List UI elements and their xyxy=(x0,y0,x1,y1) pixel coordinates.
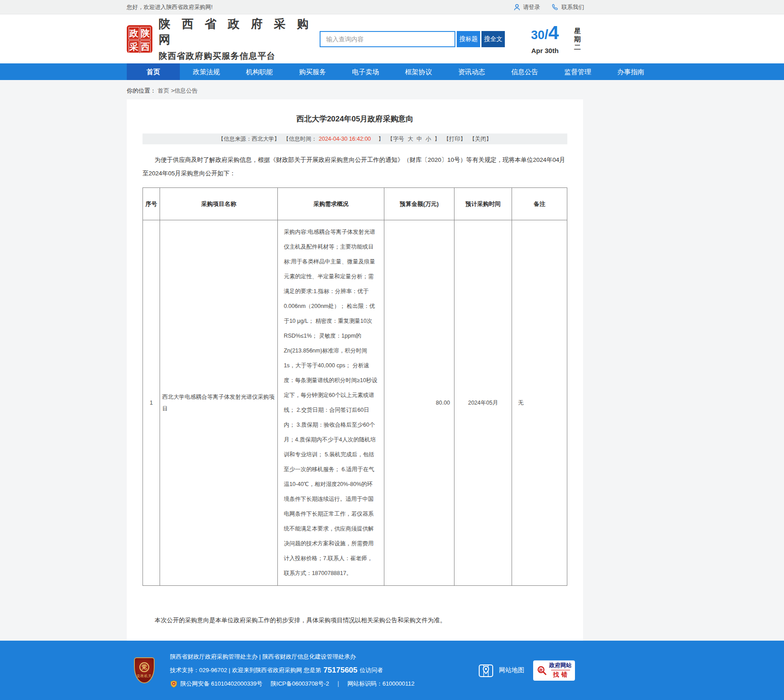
site-logo: 政 陕 采 西 xyxy=(127,25,152,53)
site-header: 政 陕 采 西 陕 西 省 政 府 采 购 网 陕西省政府购买服务信息平台 搜标… xyxy=(0,14,784,63)
print-button[interactable]: 【打印】 xyxy=(443,136,466,142)
nav-item-guide[interactable]: 办事指南 xyxy=(604,63,657,80)
topbar: 您好，欢迎进入陕西省政府采购网! 请登录 联系我们 xyxy=(0,0,784,14)
cell-budget: 80.00 xyxy=(384,220,454,586)
table-row: 1 西北大学电感耦合等离子体发射光谱仪采购项目 采购内容:电感耦合等离子体发射光… xyxy=(143,220,567,586)
phone-icon xyxy=(552,4,559,11)
article-card: 西北大学2024年05月政府采购意向 【信息来源：西北大学】 【信息时间：202… xyxy=(127,99,583,685)
col-header-index: 序号 xyxy=(143,188,160,220)
contact-label: 联系我们 xyxy=(561,4,584,11)
date-widget: 30/4 Apr 30th xyxy=(531,24,559,54)
err-badge-subtitle: 找错 xyxy=(551,670,570,678)
nav-item-home[interactable]: 首页 xyxy=(127,63,180,80)
nav-item-news[interactable]: 资讯动态 xyxy=(445,63,498,80)
cell-index: 1 xyxy=(143,220,160,586)
sitemap-label: 网站地图 xyxy=(499,666,524,674)
site-brand: 陕 西 省 政 府 采 购 网 陕西省政府购买服务信息平台 xyxy=(159,16,320,62)
date-day: 30 xyxy=(531,28,544,42)
site-title: 陕 西 省 政 府 采 购 网 xyxy=(159,16,320,48)
main-nav: 首页 政策法规 机构职能 购买服务 电子卖场 框架协议 资讯动态 信息公告 监督… xyxy=(0,63,784,80)
police-badge-icon xyxy=(170,680,178,688)
sitemap-icon xyxy=(478,663,494,678)
user-icon xyxy=(513,4,521,11)
meta-fontsize-label: 【字号 xyxy=(388,136,405,142)
breadcrumb-separator: > xyxy=(169,87,174,94)
col-header-time: 预计采购时间 xyxy=(454,188,512,220)
gov-site-error-report-badge[interactable]: 政 政府网站 找错 xyxy=(533,660,575,681)
cell-time: 2024年05月 xyxy=(454,220,512,586)
welcome-text: 您好，欢迎进入陕西省政府采购网! xyxy=(127,4,213,11)
search-box: 搜标题 搜全文 xyxy=(320,31,505,47)
nav-item-emall[interactable]: 电子卖场 xyxy=(339,63,392,80)
fontsize-large-button[interactable]: 大 xyxy=(408,136,414,142)
date-slash: / xyxy=(544,27,548,42)
logo-char: 西 xyxy=(140,40,151,53)
search-fulltext-button[interactable]: 搜全文 xyxy=(481,31,505,47)
article-title: 西北大学2024年05月政府采购意向 xyxy=(143,114,567,124)
col-header-project-name: 采购项目名称 xyxy=(160,188,277,220)
site-code: 网站标识码：6100000112 xyxy=(347,680,414,688)
col-header-budget: 预算金额(万元) xyxy=(384,188,454,220)
footer-support-line: 技术支持：029-96702 | 欢迎来到陕西省政府采购网 您是第 751756… xyxy=(170,666,414,675)
meta-time-label: 【信息时间： xyxy=(283,136,317,142)
date-month: 4 xyxy=(548,22,559,43)
article-meta-bar: 【信息来源：西北大学】 【信息时间：2024-04-30 16:42:00 】 … xyxy=(143,134,567,144)
gov-agency-badge-icon: 党 党政机关 xyxy=(134,657,155,683)
procurement-table: 序号 采购项目名称 采购需求概况 预算金额(万元) 预计采购时间 备注 1 西北… xyxy=(143,187,567,586)
search-title-button[interactable]: 搜标题 xyxy=(457,31,480,47)
login-label: 请登录 xyxy=(523,4,540,11)
magnifier-icon: 政 xyxy=(537,665,547,675)
logo-char: 采 xyxy=(129,40,139,53)
meta-time-value: 2024-04-30 16:42:00 xyxy=(319,136,371,142)
site-footer: 党 党政机关 陕西省财政厅政府采购管理处主办 | 陕西省财政厅信息化建设管理处承… xyxy=(0,641,784,700)
fontsize-small-button[interactable]: 小 xyxy=(426,136,432,142)
nav-item-policies[interactable]: 政策法规 xyxy=(180,63,233,80)
table-header-row: 序号 采购项目名称 采购需求概况 预算金额(万元) 预计采购时间 备注 xyxy=(143,188,567,220)
weekday-label: 星 期 二 xyxy=(574,27,581,51)
nav-item-supervision[interactable]: 监督管理 xyxy=(551,63,604,80)
breadcrumb-current-link[interactable]: 信息公告 xyxy=(174,87,198,94)
search-input[interactable] xyxy=(320,31,455,47)
nav-item-announcements[interactable]: 信息公告 xyxy=(498,63,551,80)
svg-text:政: 政 xyxy=(539,668,543,672)
gov-badge-label: 党政机关 xyxy=(137,674,152,678)
logo-char: 政 xyxy=(129,27,139,40)
intro-paragraph: 为便于供应商及时了解政府采购信息，根据《财政部关于开展政府采购意向公开工作的通知… xyxy=(143,153,567,180)
footer-beian-line: 陕公网安备 61010402000339号 陕ICP备06003708号-2 ｜… xyxy=(170,680,414,688)
beian-gongan-link[interactable]: 陕公网安备 61010402000339号 xyxy=(180,680,263,688)
breadcrumb: 你的位置： 首页 >信息公告 xyxy=(127,87,657,95)
sitemap-link[interactable]: 网站地图 xyxy=(478,663,524,678)
close-button[interactable]: 【关闭】 xyxy=(469,136,492,142)
date-english: Apr 30th xyxy=(531,47,559,54)
breadcrumb-home-link[interactable]: 首页 xyxy=(158,87,169,94)
fontsize-medium-button[interactable]: 中 xyxy=(417,136,423,142)
logo-char: 陕 xyxy=(140,27,151,40)
meta-source: 【信息来源：西北大学】 xyxy=(218,136,280,142)
site-subtitle: 陕西省政府购买服务信息平台 xyxy=(159,50,320,62)
nav-item-framework[interactable]: 框架协议 xyxy=(392,63,445,80)
visitor-count: 75175605 xyxy=(323,666,357,675)
nav-item-purchase-services[interactable]: 购买服务 xyxy=(286,63,339,80)
cell-note: 无 xyxy=(512,220,567,586)
nav-item-functions[interactable]: 机构职能 xyxy=(233,63,286,80)
col-header-note: 备注 xyxy=(512,188,567,220)
cell-demand: 采购内容:电感耦合等离子体发射光谱仪主机及配件耗材等；主要功能或目标:用于各类样… xyxy=(278,220,384,586)
cell-project-name: 西北大学电感耦合等离子体发射光谱仪采购项目 xyxy=(160,220,277,586)
beian-icp-link[interactable]: 陕ICP备06003708号-2 xyxy=(271,680,329,688)
breadcrumb-prefix: 你的位置： xyxy=(127,87,156,94)
closing-paragraph: 本次公开的采购意向是本单位政府采购工作的初步安排，具体采购项目情况以相关采购公告… xyxy=(143,614,567,627)
err-badge-title: 政府网站 xyxy=(549,662,572,669)
contact-link[interactable]: 联系我们 xyxy=(552,4,584,11)
col-header-demand: 采购需求概况 xyxy=(278,188,384,220)
footer-organizer-line: 陕西省财政厅政府采购管理处主办 | 陕西省财政厅信息化建设管理处承办 xyxy=(170,653,414,661)
login-link[interactable]: 请登录 xyxy=(513,4,540,11)
